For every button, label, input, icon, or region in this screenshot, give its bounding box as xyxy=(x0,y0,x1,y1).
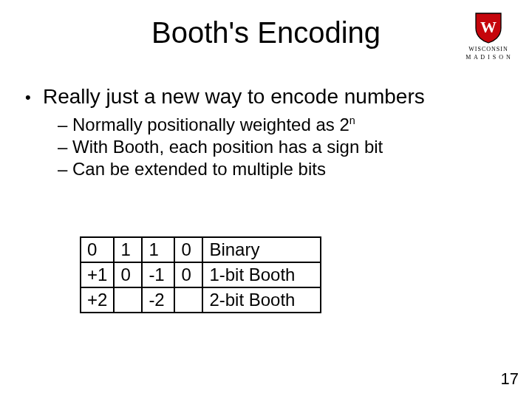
sub-bullet-2-text: Can be extended to multiple bits xyxy=(72,159,326,180)
cell: 0 xyxy=(114,262,142,287)
encoding-table: 0 1 1 0 Binary +1 0 -1 0 1-bit Booth +2 … xyxy=(80,236,321,313)
cell: 1-bit Booth xyxy=(202,262,321,287)
sub-bullet-2: – Can be extended to multiple bits xyxy=(58,159,507,180)
sub-bullet-0-text: Normally positionally weighted as 2n xyxy=(72,115,355,135)
dash-icon: – xyxy=(58,137,72,157)
sub-bullet-1-text: With Booth, each position has a sign bit xyxy=(72,137,383,157)
table-row: +1 0 -1 0 1-bit Booth xyxy=(81,262,321,287)
cell: -1 xyxy=(142,262,174,287)
table-row: 0 1 1 0 Binary xyxy=(81,237,321,262)
cell: +1 xyxy=(81,262,114,287)
sub-bullet-0: – Normally positionally weighted as 2n xyxy=(58,115,507,135)
cell: 0 xyxy=(81,237,114,262)
page-number: 17 xyxy=(501,369,519,389)
cell: 2-bit Booth xyxy=(202,287,321,313)
slide: Booth's Encoding W WISCONSIN M A D I S O… xyxy=(0,0,532,399)
cell: 1 xyxy=(114,237,142,262)
bullet-main-text: Really just a new way to encode numbers xyxy=(43,85,425,109)
bullet-dot-icon: • xyxy=(25,85,43,110)
logo-text-bottom: M A D I S O N xyxy=(463,54,514,61)
table-row: +2 -2 2-bit Booth xyxy=(81,287,321,313)
cell: 0 xyxy=(174,262,202,287)
cell: Binary xyxy=(202,237,321,262)
encoding-table-wrap: 0 1 1 0 Binary +1 0 -1 0 1-bit Booth +2 … xyxy=(80,236,321,313)
sub-bullets: – Normally positionally weighted as 2n –… xyxy=(58,115,507,180)
cell: 0 xyxy=(174,237,202,262)
bullet-main: • Really just a new way to encode number… xyxy=(25,85,507,110)
logo-text-top: WISCONSIN xyxy=(463,46,514,52)
cell xyxy=(174,287,202,313)
slide-body: • Really just a new way to encode number… xyxy=(25,85,507,181)
cell xyxy=(114,287,142,313)
crest-icon: W xyxy=(473,10,504,44)
cell: 1 xyxy=(142,237,174,262)
slide-title: Booth's Encoding xyxy=(0,16,532,50)
svg-text:W: W xyxy=(480,18,497,36)
cell: -2 xyxy=(142,287,174,313)
dash-icon: – xyxy=(58,115,72,135)
sub-bullet-1: – With Booth, each position has a sign b… xyxy=(58,137,507,157)
dash-icon: – xyxy=(58,159,72,180)
university-logo: W WISCONSIN M A D I S O N xyxy=(463,10,514,61)
cell: +2 xyxy=(81,287,114,313)
